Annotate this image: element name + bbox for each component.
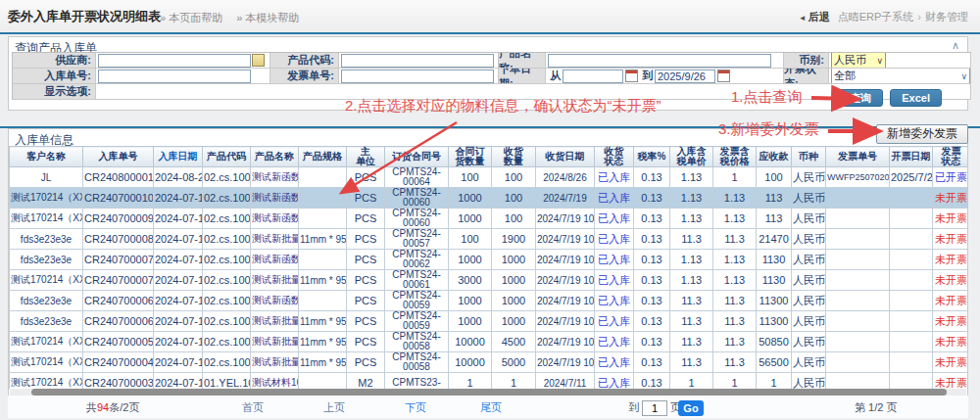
cell-receivable[interactable]: 1130: [757, 250, 792, 270]
cell-receipt_no[interactable]: CR240700007: [83, 250, 154, 270]
cell-contract_qty[interactable]: 100: [449, 229, 492, 250]
cell-contract_no[interactable]: CPMTS24-00058: [385, 332, 449, 352]
cell-recv_status[interactable]: 已入库: [595, 270, 634, 291]
cell-receivable[interactable]: 113: [757, 188, 792, 209]
cell-recv_qty[interactable]: 4500: [492, 332, 536, 352]
cell-receivable[interactable]: 1130: [757, 270, 792, 291]
cell-invoice_price[interactable]: 1: [713, 373, 757, 390]
scrollbar-thumb[interactable]: [31, 389, 947, 396]
cell-unit_price[interactable]: 11.3: [670, 291, 713, 311]
cell-invoice_price[interactable]: 1.13: [713, 250, 757, 270]
cell-recv_status[interactable]: 已入库: [595, 352, 634, 373]
cell-contract_no[interactable]: CPMTS24-00061: [385, 270, 449, 291]
table-row[interactable]: 测试170214（XX）CR2407000072024-07-1902.cs.1…: [10, 270, 968, 291]
cell-recv_status[interactable]: 已入库: [595, 188, 634, 209]
cell-invoice_date[interactable]: [890, 373, 933, 390]
cell-invoice_date[interactable]: [890, 352, 933, 373]
cell-product_name[interactable]: 测试新批量领: [251, 311, 299, 332]
cell-invoice_status[interactable]: 未开票: [933, 270, 968, 291]
cell-recv_status[interactable]: 已入库: [595, 311, 634, 332]
cell-invoice_price[interactable]: 11.3: [713, 352, 757, 373]
cell-invoice_no[interactable]: [826, 352, 890, 373]
cell-invoice_status[interactable]: 未开票: [933, 332, 968, 352]
cell-unit[interactable]: PCS: [347, 270, 385, 291]
pagination-prev[interactable]: 上页: [323, 400, 345, 415]
search-button[interactable]: 查询: [838, 89, 883, 107]
pagination-first[interactable]: 首页: [242, 400, 264, 415]
collapse-icon[interactable]: ∧: [952, 39, 959, 52]
cell-tax_rate[interactable]: 0.13: [634, 167, 670, 188]
cell-recv_date[interactable]: 2024/7/19 10: [536, 332, 595, 352]
table-row[interactable]: 测试170214（XX）CR2407000042024-07-1902.cs.1…: [10, 352, 968, 373]
cell-receipt_no[interactable]: CR240700006: [83, 291, 154, 311]
cell-invoice_price[interactable]: 11.3: [713, 229, 757, 250]
cell-recv_qty[interactable]: 1900: [492, 229, 536, 250]
cell-invoice_status[interactable]: 已开票: [933, 167, 968, 188]
cell-invoice_status[interactable]: 未开票: [933, 352, 968, 373]
cell-invoice_status[interactable]: 未开票: [933, 209, 968, 229]
breadcrumb-system[interactable]: 点晴ERP子系统: [838, 11, 914, 23]
cell-invoice_status[interactable]: 未开票: [933, 291, 968, 311]
cell-contract_qty[interactable]: 1: [449, 373, 492, 390]
cell-product_spec[interactable]: 11mm * 95m: [299, 352, 347, 373]
cell-receivable[interactable]: 1: [757, 373, 792, 390]
cell-recv_status[interactable]: 已入库: [595, 373, 634, 390]
cell-invoice_no[interactable]: [826, 270, 890, 291]
cell-recv_qty[interactable]: 100: [492, 167, 536, 188]
cell-unit_price[interactable]: 1.13: [670, 167, 713, 188]
excel-export-button[interactable]: Excel: [890, 89, 942, 107]
cell-customer[interactable]: 测试170214（XX）: [10, 332, 83, 352]
go-button[interactable]: Go: [678, 400, 704, 416]
cell-tax_rate[interactable]: 0.13: [634, 373, 670, 390]
cell-receivable[interactable]: 11300: [757, 311, 792, 332]
cell-tax_rate[interactable]: 0.13: [634, 291, 670, 311]
cell-product_code[interactable]: 02.cs.100241: [203, 250, 251, 270]
cell-product_spec[interactable]: [299, 209, 347, 229]
supplier-input[interactable]: [98, 54, 251, 68]
cell-receivable[interactable]: 56500: [757, 352, 792, 373]
cell-recv_date[interactable]: 2024/7/19 10: [536, 209, 595, 229]
cell-recv_qty[interactable]: 1000: [492, 250, 536, 270]
module-help-link[interactable]: » 本模块帮助: [236, 12, 299, 23]
cell-product_spec[interactable]: [299, 373, 347, 390]
cell-invoice_price[interactable]: 1.13: [713, 209, 757, 229]
cell-unit[interactable]: PCS: [347, 291, 385, 311]
cell-invoice_date[interactable]: [890, 188, 933, 209]
cell-product_code[interactable]: 02.cs.100246: [203, 311, 251, 332]
cell-unit[interactable]: PCS: [347, 311, 385, 332]
cell-unit[interactable]: PCS: [347, 229, 385, 250]
cell-invoice_status[interactable]: 未开票: [933, 373, 968, 390]
cell-receipt_no[interactable]: CR240700009: [83, 209, 154, 229]
cell-invoice_status[interactable]: 未开票: [933, 311, 968, 332]
cell-receipt_date[interactable]: 2024-07-19: [154, 311, 203, 332]
cell-product_spec[interactable]: [299, 188, 347, 209]
cell-recv_qty[interactable]: 1000: [492, 311, 536, 332]
cell-receivable[interactable]: 21470: [757, 229, 792, 250]
cell-currency[interactable]: 人民币: [792, 167, 826, 188]
cell-receipt_date[interactable]: 2024-07-19: [154, 250, 203, 270]
cell-product_code[interactable]: 02.cs.100241: [203, 167, 251, 188]
cell-unit_price[interactable]: 1.13: [670, 188, 713, 209]
cell-product_name[interactable]: 测试新批量领: [251, 229, 299, 250]
table-row[interactable]: JLCR2408000012024-08-2602.cs.100241测试新函数…: [10, 167, 968, 188]
cell-product_name[interactable]: 测试新批量领: [251, 270, 299, 291]
cell-product_name[interactable]: 测试材料1608: [251, 373, 299, 390]
cell-tax_rate[interactable]: 0.13: [634, 332, 670, 352]
cell-invoice_price[interactable]: 11.3: [713, 311, 757, 332]
cell-recv_qty[interactable]: 1: [492, 373, 536, 390]
cell-receipt_no[interactable]: CR240700003: [83, 373, 154, 390]
cell-tax_rate[interactable]: 0.13: [634, 188, 670, 209]
cell-contract_qty[interactable]: 1000: [449, 311, 492, 332]
cell-invoice_no[interactable]: [826, 209, 890, 229]
cell-currency[interactable]: 人民币: [792, 332, 826, 352]
cell-unit_price[interactable]: 11.3: [670, 229, 713, 250]
cell-currency[interactable]: 人民币: [792, 352, 826, 373]
cell-recv_date[interactable]: 2024/7/11: [536, 373, 595, 390]
page-help-link[interactable]: » 本页面帮助: [160, 12, 222, 23]
cell-contract_no[interactable]: CPMTS24-00059: [385, 311, 449, 332]
cell-invoice_no[interactable]: [826, 332, 890, 352]
cell-product_name[interactable]: 测试新函数成: [251, 291, 299, 311]
cell-receipt_no[interactable]: CR240700004: [83, 352, 154, 373]
cell-receipt_date[interactable]: 2024-07-19: [154, 291, 203, 311]
cell-contract_qty[interactable]: 1000: [449, 188, 492, 209]
